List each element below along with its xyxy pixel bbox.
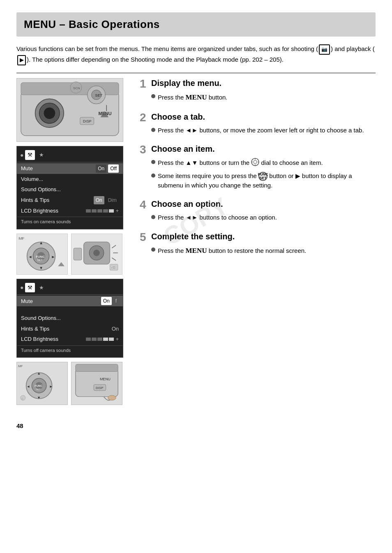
step-1-text-before: Press the <box>158 94 186 101</box>
menu-item-hints-2: Hints & Tips On <box>17 324 123 334</box>
step-3-header: 3 Choose an item. <box>140 144 376 155</box>
lcd-plus: + <box>115 207 119 215</box>
mute-on-2: On <box>101 297 112 305</box>
intro-part2: ) and playback ( <box>331 45 375 52</box>
step-4-header: 4 Choose an option. <box>140 199 376 211</box>
func-set-icon-inline: FUNCSET <box>258 172 267 181</box>
cam-small-right-svg: DISP MENU <box>71 362 122 405</box>
tab-wrench-2: ⚒ <box>25 283 35 293</box>
step-4-after: buttons to choose an option. <box>198 214 277 221</box>
svg-text:▼: ▼ <box>39 266 43 270</box>
bullet-dot <box>151 94 155 98</box>
step-5-before: Press the <box>158 247 186 254</box>
svg-text:MF: MF <box>18 236 24 241</box>
page-number: 48 <box>16 421 376 431</box>
seg1 <box>86 209 91 213</box>
hints-val: On Dim <box>94 196 119 204</box>
control-box-dial: - □ <box>71 234 122 275</box>
step-4-arrow: ◄► <box>186 214 198 221</box>
step-1: 1 Display the menu. Press the MENU butto… <box>140 78 376 103</box>
bullet-dot-3a <box>151 160 155 164</box>
step-5-body: Press the MENU button to restore the nor… <box>140 245 376 256</box>
step-3-text-1: Press the ▲▼ buttons or turn the <box>158 158 323 169</box>
svg-rect-48 <box>76 364 118 372</box>
menu-item-mute-2: Mute On f <box>17 296 123 306</box>
step-2-after: buttons, or move the zoom lever left or … <box>198 127 364 134</box>
step-2-bullet-1: Press the ◄► buttons, or move the zoom l… <box>151 126 376 135</box>
hints-on-2: On <box>112 325 119 333</box>
intro-part3: ). The options differ depending on the S… <box>27 56 284 63</box>
step-1-num: 1 <box>140 78 149 90</box>
tab-row-2: ● ⚒ ★ <box>17 282 123 295</box>
mute-val-2: On f <box>101 297 119 305</box>
bullet-dot-5 <box>151 248 155 252</box>
menu-item-hints: Hints & Tips On Dim <box>17 195 123 206</box>
svg-point-28 <box>93 250 100 256</box>
menu-word-5: MENU <box>186 247 207 255</box>
seg2-1 <box>86 338 91 341</box>
mute-off-2: f <box>113 297 119 305</box>
menu-label-hints-2: Hints & Tips <box>21 325 49 333</box>
step-2-body: Press the ◄► buttons, or move the zoom l… <box>140 126 376 135</box>
step-4-bullet-1: Press the ◄► buttons to choose an option… <box>151 213 376 222</box>
step-3-text-2: Some items require you to press the FUNC… <box>158 171 376 190</box>
camera-icon-inline: 📷 <box>319 44 330 55</box>
bullet-dot-3b <box>151 174 155 178</box>
svg-text:◄: ◄ <box>27 384 30 389</box>
menu-item-volume: Volume... <box>17 174 123 185</box>
step-3-before-2: Some items require you to press the <box>158 172 258 179</box>
step-4-num: 4 <box>140 199 149 211</box>
step-3-bullet-1: Press the ▲▼ buttons or turn the <box>151 158 376 169</box>
mute-off: Off <box>108 164 119 173</box>
step-3-num: 3 <box>140 144 149 155</box>
svg-text:►: ► <box>51 255 55 259</box>
seg2-2 <box>92 338 97 341</box>
svg-text:DISP: DISP <box>96 386 103 390</box>
step-1-text-after: button. <box>207 94 227 101</box>
svg-marker-25 <box>58 262 65 266</box>
camera-top-svg: SET SCN MENU DISP <box>17 79 123 142</box>
step-4-title: Choose an option. <box>151 199 223 209</box>
menu-screen-1: ● ⚒ ★ Mute On Off Volume... Sound Option… <box>16 146 123 229</box>
seg5 <box>109 209 114 213</box>
seg2-3 <box>97 338 102 341</box>
step-2-before: Press the <box>158 127 186 134</box>
svg-text:MF: MF <box>18 364 23 368</box>
menu-item-sound: Sound Options... <box>17 184 123 195</box>
cam-small-left-svg: MF FUNC SET ▲ ▼ ◄ ► ☼ <box>17 362 67 405</box>
menu-screen-2: ● ⚒ ★ Mute On f Sound Options... Hints & <box>16 279 123 358</box>
step-1-header: 1 Display the menu. <box>140 78 376 90</box>
bullet-dot-4 <box>151 215 155 219</box>
brightness-bar-2: + <box>86 335 119 343</box>
menu-label-sound-2: Sound Options... <box>21 314 61 322</box>
svg-text:▲: ▲ <box>39 241 43 245</box>
svg-point-4 <box>44 107 55 119</box>
play-icon-inline: ▶ <box>17 55 26 65</box>
svg-point-54 <box>254 160 257 164</box>
menu-label-volume: Volume... <box>21 175 43 183</box>
seg2-4 <box>103 338 108 341</box>
menu-label-hints: Hints & Tips <box>21 196 49 204</box>
svg-text:MENU: MENU <box>100 377 111 381</box>
step-2-header: 2 Choose a tab. <box>140 112 376 123</box>
step-3-mid-1: buttons or turn the <box>198 160 251 167</box>
step-2-arrow: ◄► <box>186 127 198 134</box>
step-2-title: Choose a tab. <box>151 112 205 122</box>
menu-item-mute: Mute On Off <box>17 163 123 174</box>
hints-dim: Dim <box>106 196 119 204</box>
seg4 <box>103 209 108 213</box>
step-3: 3 Choose an item. Press the ▲▼ buttons o… <box>140 144 376 190</box>
svg-text:▼: ▼ <box>37 396 41 400</box>
step-5-bullet-1: Press the MENU button to restore the nor… <box>151 245 376 256</box>
step-4-before: Press the <box>158 214 186 221</box>
dial-svg: - □ <box>71 234 122 274</box>
tab-camera-2: ● <box>20 283 23 292</box>
intro-part1: Various functions can be set from the me… <box>16 45 318 52</box>
step-5-title: Complete the setting. <box>151 231 235 241</box>
menu-word-1: MENU <box>186 93 207 101</box>
seg2 <box>92 209 97 213</box>
control-row-1: MF FUNC SET ▲ ▼ ◄ ► <box>16 234 131 275</box>
menu-label-lcd-2: LCD Brightness <box>21 335 58 343</box>
status-text-2: Turns off camera sounds <box>17 345 123 355</box>
step-5-num: 5 <box>140 231 149 243</box>
